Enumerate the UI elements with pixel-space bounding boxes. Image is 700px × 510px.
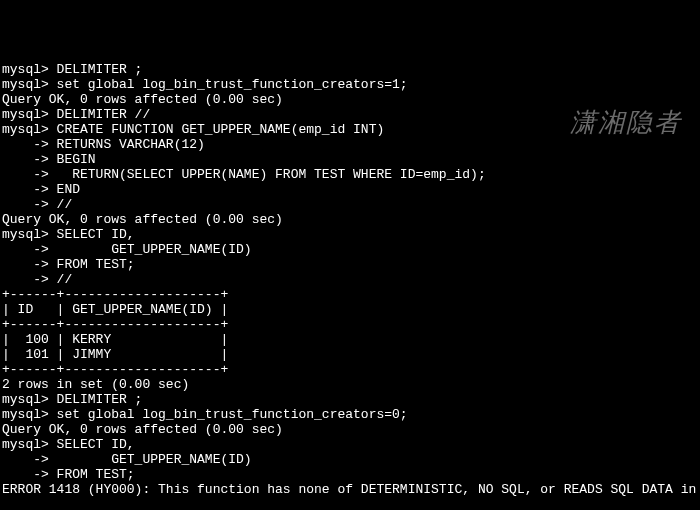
terminal-line: -> GET_UPPER_NAME(ID) — [2, 452, 700, 467]
terminal-line: mysql> DELIMITER ; — [2, 392, 700, 407]
terminal-output: mysql> DELIMITER ;mysql> set global log_… — [2, 62, 700, 497]
terminal-line: -> // — [2, 272, 700, 287]
terminal-line: Query OK, 0 rows affected (0.00 sec) — [2, 92, 700, 107]
terminal-line: mysql> SELECT ID, — [2, 227, 700, 242]
terminal-line: -> RETURN(SELECT UPPER(NAME) FROM TEST W… — [2, 167, 700, 182]
terminal-line: -> FROM TEST; — [2, 257, 700, 272]
terminal-line: mysql> DELIMITER ; — [2, 62, 700, 77]
terminal-line: mysql> SELECT ID, — [2, 437, 700, 452]
terminal-line: -> END — [2, 182, 700, 197]
terminal-line: mysql> set global log_bin_trust_function… — [2, 77, 700, 92]
terminal-line: mysql> DELIMITER // — [2, 107, 700, 122]
terminal-line: -> BEGIN — [2, 152, 700, 167]
terminal-line: | 100 | KERRY | — [2, 332, 700, 347]
terminal-line: mysql> set global log_bin_trust_function… — [2, 407, 700, 422]
terminal-line: -> GET_UPPER_NAME(ID) — [2, 242, 700, 257]
terminal-line: 2 rows in set (0.00 sec) — [2, 377, 700, 392]
terminal-line: +------+--------------------+ — [2, 317, 700, 332]
terminal-line: -> FROM TEST; — [2, 467, 700, 482]
terminal-line: +------+--------------------+ — [2, 287, 700, 302]
terminal-line: +------+--------------------+ — [2, 362, 700, 377]
terminal-line: mysql> CREATE FUNCTION GET_UPPER_NAME(em… — [2, 122, 700, 137]
terminal-line: | ID | GET_UPPER_NAME(ID) | — [2, 302, 700, 317]
terminal-line: ERROR 1418 (HY000): This function has no… — [2, 482, 700, 497]
terminal-line: Query OK, 0 rows affected (0.00 sec) — [2, 422, 700, 437]
terminal-line: Query OK, 0 rows affected (0.00 sec) — [2, 212, 700, 227]
terminal-line: -> // — [2, 197, 700, 212]
terminal-line: | 101 | JIMMY | — [2, 347, 700, 362]
terminal-line: -> RETURNS VARCHAR(12) — [2, 137, 700, 152]
